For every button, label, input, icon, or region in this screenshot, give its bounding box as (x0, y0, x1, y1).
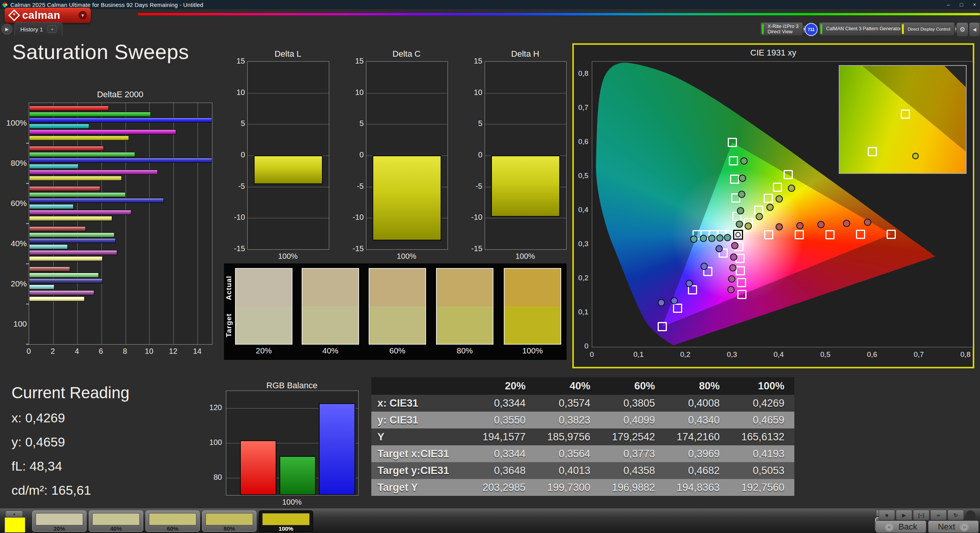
swatch-label: 100% (504, 346, 561, 355)
bar-green-80% (29, 152, 135, 157)
status-indicator (965, 510, 975, 520)
display-control-dropdown[interactable]: Direct Display Control ▼ (900, 22, 955, 36)
reading-cdm2: cd/m²: 165,61 (11, 483, 91, 498)
meter-dropdown[interactable]: X-Rite i1Pro 3 Direct View ▼ (760, 22, 803, 36)
category-label: 40% (0, 239, 27, 248)
y-tick-label: 100 (207, 438, 222, 447)
x-tick-label: 0 (583, 350, 600, 359)
bar-red-80% (29, 146, 104, 151)
y-tick-label: 0,7 (574, 103, 588, 112)
gridline (198, 103, 198, 344)
cell-value: 0,4008 (665, 397, 730, 409)
measured-magenta-5 (727, 286, 735, 293)
y-tick-label: 5 (230, 119, 245, 128)
y-tick-label: 0,2 (574, 274, 588, 282)
pattern-label: 100% (259, 525, 313, 532)
cell-value: 203,2985 (471, 482, 536, 494)
x-label: 100% (247, 252, 328, 261)
deltaC-plot (366, 61, 448, 250)
next-button[interactable]: Next » (928, 520, 979, 533)
transport-refresh[interactable]: ↻ (947, 510, 964, 520)
cie-y-axis: 00,10,20,30,40,50,60,70,8 (574, 61, 590, 347)
y-tick-label: 0,5 (574, 172, 588, 180)
y-tick-label: 10 (230, 88, 245, 97)
close-button[interactable]: × (973, 2, 976, 8)
y-tick-label: 0,8 (574, 69, 588, 78)
table-header-row: 20%40%60%80%100% (371, 377, 794, 395)
axis-tick (26, 344, 29, 345)
calman-menu-button[interactable]: calman ▼ (5, 8, 91, 23)
white-point-reading (735, 232, 741, 237)
x-tick-label: 14 (189, 347, 205, 356)
table-row: x: CIE310,33440,35740,38050,40080,4269 (371, 395, 794, 412)
inset-measured (912, 153, 919, 159)
pattern-button-60%[interactable]: 60% (145, 510, 200, 532)
x-tick-label: 2 (45, 347, 60, 356)
transport-loop[interactable]: ∞ (930, 510, 947, 520)
collapse-panel-button[interactable]: ◀ (969, 22, 980, 37)
cell-value: 0,3648 (471, 465, 536, 477)
pattern-button-100%[interactable]: 100% (259, 510, 313, 532)
pattern-button-40%[interactable]: 40% (89, 510, 143, 532)
meter-status-bar (762, 24, 764, 34)
pattern-label: 60% (146, 525, 199, 532)
y-tick-label: 0 (348, 150, 364, 159)
cell-value: 185,9756 (536, 431, 600, 443)
maximize-button[interactable]: □ (960, 2, 963, 8)
category-label: 100 (0, 319, 27, 329)
y-tick-label: 10 (467, 88, 482, 97)
cell-value: 165,6132 (730, 431, 794, 443)
y-tick-label: 80 (207, 473, 222, 482)
rgb-balance-title: RGB Balance (226, 381, 358, 391)
y-tick-label: 120 (207, 403, 222, 412)
target-red-3 (825, 230, 835, 239)
pattern-options-button[interactable]: ▲ (5, 510, 23, 517)
add-tab-button[interactable]: + (47, 25, 57, 33)
display-control-label: Direct Display Control (908, 27, 950, 31)
gridline (366, 93, 448, 93)
y-tick-label: 15 (467, 57, 482, 65)
actual-swatch (302, 269, 358, 306)
column-header: 40% (536, 380, 600, 392)
y-tick-label: 0,4 (574, 206, 588, 214)
deltaL-plot (247, 61, 329, 250)
workflow-tabs: ▶ History 1 + (0, 22, 268, 36)
measured-green-4 (739, 175, 746, 182)
tab-scroll-button[interactable]: ▶ (2, 24, 12, 34)
transport-stop[interactable]: ■ (879, 510, 895, 520)
x-tick-label: 0,1 (630, 350, 647, 359)
category-label: 80% (0, 159, 27, 168)
chevron-left-icon: ◀ (973, 27, 976, 32)
y-tick-label: -5 (348, 182, 364, 191)
minimize-button[interactable]: – (947, 2, 950, 8)
target-blue-4 (673, 304, 682, 313)
rgb-x-label: 100% (226, 498, 358, 507)
delta-c-chart: Delta C151050-5-10-15100% (348, 49, 448, 263)
transport-play[interactable]: ▶ (896, 510, 912, 520)
pattern-button-80%[interactable]: 80% (202, 510, 256, 532)
pattern-label: 80% (203, 525, 256, 532)
pattern-button-20%[interactable]: 20% (32, 510, 87, 532)
inset-target-1 (901, 110, 910, 119)
tab-history-1[interactable]: History 1 + (15, 22, 62, 36)
measured-blue-5 (658, 299, 665, 306)
back-button[interactable]: « Back (875, 520, 926, 533)
y-tick-label: 0,3 (574, 240, 588, 248)
bar-yellow-60% (29, 216, 112, 221)
bar-cyan-40% (29, 244, 68, 249)
y-tick-label: 5 (348, 119, 364, 128)
measured-green-1 (736, 221, 743, 228)
cie-zoom-inset (839, 65, 967, 174)
target-red-5 (887, 230, 896, 239)
category-label: 20% (0, 279, 27, 288)
refresh-icon: ↻ (954, 512, 958, 518)
current-pattern-swatch[interactable] (5, 517, 25, 533)
pattern-label: 20% (33, 525, 86, 532)
transport-frame[interactable]: [‒] (913, 510, 929, 520)
settings-button[interactable]: ⚙ (956, 22, 969, 37)
actual-swatch (369, 269, 425, 306)
measured-red-2 (796, 222, 804, 229)
category-label: 60% (0, 199, 27, 208)
meter-count-badge[interactable]: 711 (805, 23, 818, 36)
x-tick-label: 0,7 (910, 350, 927, 359)
